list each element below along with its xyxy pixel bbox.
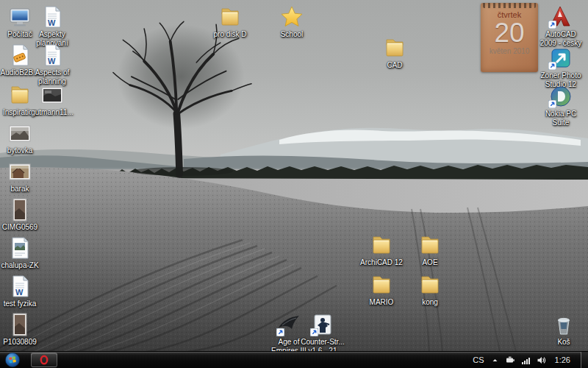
calendar-gadget[interactable]: čtvrtek 20 květen 2010 <box>481 3 538 72</box>
taskbar: CS 1:26 <box>0 351 588 368</box>
desktop-icon-nokia-pc-suite[interactable]: Nokia PCSuite <box>541 84 581 127</box>
calendar-month-year: květen 2010 <box>481 47 538 55</box>
star-icon <box>279 4 304 29</box>
desktop-icon-zoner-photo-studio-12[interactable]: Zoner PhotoStudio 12 <box>541 46 581 89</box>
desktop-icon-label: CIMG0569 <box>2 223 37 232</box>
network-icon[interactable] <box>521 355 531 365</box>
start-button[interactable] <box>1 352 24 368</box>
recycle-icon <box>551 312 576 337</box>
shortcut-arrow-icon <box>310 328 318 336</box>
nokia-icon <box>548 84 573 109</box>
folder-icon <box>369 272 394 297</box>
photo-house-icon <box>7 159 32 184</box>
desktop-icon-archicad-12[interactable]: ArchiCAD 12 <box>362 233 401 267</box>
show-desktop-button[interactable] <box>581 352 588 368</box>
desktop-icon-kos[interactable]: Koš <box>544 312 584 347</box>
calendar-binding <box>483 3 536 8</box>
photo-port-icon <box>7 312 32 337</box>
desktop-icon-counter-strike[interactable]: Counter-Str...v1.6 - 21 <box>303 312 343 352</box>
power-icon[interactable] <box>506 355 515 365</box>
system-tray: CS 1:26 <box>473 352 588 368</box>
desktop-icon-cad[interactable]: CAD <box>375 35 415 70</box>
desktop-icon-aspects-of-planning[interactable]: WAspects ofplanning <box>32 43 72 86</box>
desktop-icon-aoe[interactable]: AOE <box>410 233 450 267</box>
desktop[interactable]: PočítačWAspektyplánováníAudioB2B...WAspe… <box>0 0 588 352</box>
language-indicator[interactable]: CS <box>473 355 484 364</box>
audio-icon <box>7 43 32 68</box>
photo-land-icon <box>7 121 32 146</box>
desktop-icon-label: pro disk D <box>213 30 246 39</box>
zoner-icon <box>548 46 573 71</box>
desktop-icon-label: Počítač <box>7 30 32 39</box>
image-doc-icon <box>7 236 32 261</box>
chevron-up-icon <box>490 355 500 365</box>
autocad-icon <box>548 4 573 29</box>
shortcut-arrow-icon <box>548 100 556 108</box>
svg-text:W: W <box>15 288 24 297</box>
svg-text:W: W <box>48 57 56 66</box>
folder-icon <box>369 233 394 258</box>
desktop-icon-label: test fyzika <box>4 300 36 308</box>
desktop-icon-aspekty-planovani[interactable]: WAspektyplánování <box>32 4 72 48</box>
windows-logo-icon <box>4 352 21 368</box>
word-icon: W <box>40 4 65 29</box>
desktop-icon-label: P1030809 <box>3 338 37 347</box>
desktop-icon-bytovka[interactable]: bytovka <box>0 121 40 155</box>
desktop-icon-label: AOE <box>422 258 437 267</box>
volume-icon[interactable] <box>537 355 546 365</box>
calendar-day: 20 <box>481 19 538 47</box>
computer-icon <box>7 4 32 29</box>
folder-icon <box>7 82 32 107</box>
desktop-icon-label: gutmann11... <box>31 108 74 117</box>
shortcut-arrow-icon <box>548 62 556 70</box>
folder-icon <box>417 233 442 258</box>
photo-port-icon <box>7 197 32 222</box>
svg-text:W: W <box>48 18 56 27</box>
desktop-icon-label: MARIO <box>370 298 394 307</box>
folder-icon <box>218 4 243 29</box>
cs16-icon <box>310 312 335 337</box>
desktop-icon-label: Counter-Str...v1.6 - 21 <box>301 338 344 352</box>
photo-dark-icon <box>40 82 65 107</box>
desktop-icon-label: chalupa-ZK <box>1 261 38 270</box>
desktop-icon-chalupa-zk[interactable]: chalupa-ZK <box>0 236 40 270</box>
word-icon: W <box>40 43 65 68</box>
desktop-icon-mario[interactable]: MARIO <box>362 272 401 307</box>
desktop-icon-gutmann11[interactable]: gutmann11... <box>32 82 72 117</box>
desktop-icon-p1030809[interactable]: P1030809 <box>0 312 40 347</box>
word-icon: W <box>7 274 32 299</box>
aoe3-icon <box>276 312 301 337</box>
desktop-icon-test-fyzika[interactable]: Wtest fyzika <box>0 274 40 308</box>
hidden-icons-button[interactable] <box>490 355 500 365</box>
folder-icon <box>417 272 442 297</box>
clock[interactable]: 1:26 <box>555 355 570 364</box>
desktop-icon-label: CAD <box>387 61 402 70</box>
desktop-icon-label: bytovka <box>7 146 32 155</box>
desktop-icon-label: kong <box>422 298 438 307</box>
taskbar-button-opera[interactable] <box>31 353 57 367</box>
desktop-icon-pro-disk-d[interactable]: pro disk D <box>210 4 250 39</box>
shortcut-arrow-icon <box>276 328 284 336</box>
shortcut-arrow-icon <box>548 21 556 29</box>
desktop-icon-label: ArchiCAD 12 <box>360 258 403 267</box>
desktop-icon-label: Nokia PCSuite <box>545 110 576 127</box>
opera-icon <box>39 355 49 365</box>
desktop-icon-kong[interactable]: kong <box>410 272 450 307</box>
desktop-icon-autocad-2009[interactable]: AutoCAD2009 - česky <box>541 4 581 48</box>
desktop-icon-label: Koš <box>557 338 570 347</box>
desktop-icon-school[interactable]: School <box>272 4 312 39</box>
folder-icon <box>382 35 407 60</box>
desktop-icon-barak[interactable]: barak <box>0 159 40 194</box>
desktop-icon-label: School <box>281 30 304 39</box>
desktop-icon-cimg0569[interactable]: CIMG0569 <box>0 197 40 232</box>
desktop-icon-label: barak <box>10 185 29 194</box>
